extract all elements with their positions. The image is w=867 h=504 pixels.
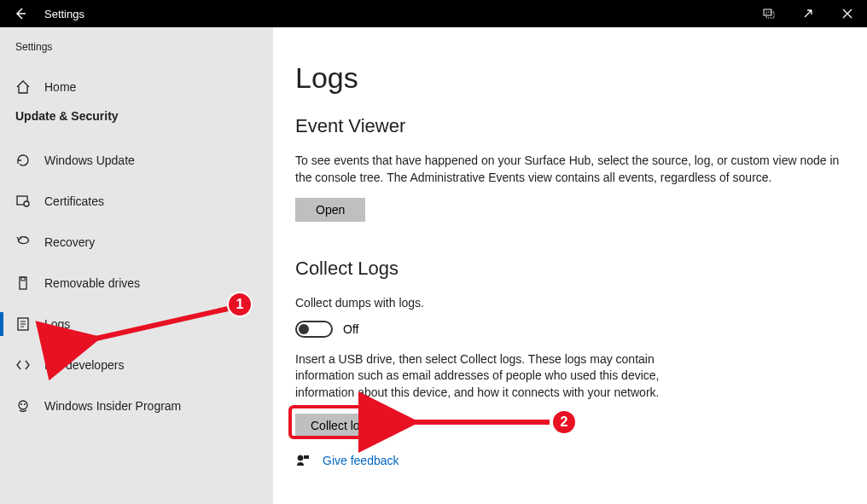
feedback-icon	[295, 453, 311, 468]
sidebar-item-label: Windows Insider Program	[44, 399, 181, 413]
window-title: Settings	[41, 8, 84, 20]
sidebar-item-removable-drives[interactable]: Removable drives	[0, 263, 273, 304]
sidebar-item-label: Certificates	[44, 194, 104, 208]
svg-point-8	[20, 403, 22, 405]
toggle-row: Off	[295, 321, 845, 338]
svg-point-9	[24, 403, 26, 405]
toggle-caption: Collect dumps with logs.	[295, 295, 845, 312]
sidebar-item-label: Recovery	[44, 235, 95, 249]
sidebar-section-label: Update & Security	[0, 107, 273, 140]
insider-icon	[15, 398, 31, 414]
collect-logs-description: Insert a USB drive, then select Collect …	[295, 351, 662, 402]
recovery-icon	[15, 235, 31, 250]
feedback-link[interactable]: Give feedback	[295, 453, 845, 468]
toggle-state-label: Off	[343, 322, 358, 336]
sidebar-item-label: Removable drives	[44, 276, 140, 290]
sidebar-item-label: Windows Update	[44, 154, 135, 167]
svg-point-3	[24, 201, 29, 206]
toggle-knob	[299, 324, 309, 334]
projection-button[interactable]	[749, 0, 788, 27]
maximize-icon	[803, 9, 813, 19]
back-button[interactable]	[0, 0, 41, 27]
event-viewer-description: To see events that have happened on your…	[295, 153, 845, 186]
sidebar-item-windows-insider[interactable]: Windows Insider Program	[0, 385, 273, 426]
svg-rect-4	[20, 277, 26, 289]
main-content: Logs Event Viewer To see events that hav…	[273, 27, 867, 504]
collect-dumps-toggle[interactable]	[295, 321, 333, 338]
sidebar-item-logs[interactable]: Logs	[0, 304, 273, 345]
app-label: Settings	[0, 38, 273, 67]
collect-logs-heading: Collect Logs	[295, 258, 845, 280]
usb-icon	[15, 275, 31, 291]
svg-point-10	[298, 455, 303, 461]
sidebar-item-windows-update[interactable]: Windows Update	[0, 140, 273, 181]
sidebar-item-recovery[interactable]: Recovery	[0, 222, 273, 263]
svg-rect-11	[304, 455, 309, 459]
event-viewer-section: Event Viewer To see events that have hap…	[295, 115, 845, 222]
feedback-label: Give feedback	[323, 454, 399, 467]
update-icon	[15, 153, 31, 168]
sidebar-item-label: For developers	[44, 358, 124, 372]
home-icon	[15, 79, 31, 95]
sidebar-item-for-developers[interactable]: For developers	[0, 345, 273, 385]
svg-point-7	[19, 401, 27, 409]
sidebar-item-home[interactable]: Home	[0, 67, 273, 107]
close-icon	[842, 9, 852, 19]
sidebar-item-label: Home	[44, 80, 76, 94]
back-arrow-icon	[14, 7, 27, 20]
sidebar-item-label: Logs	[44, 317, 70, 331]
close-button[interactable]	[828, 0, 867, 27]
page-title: Logs	[295, 61, 845, 95]
projection-icon	[763, 9, 775, 19]
collect-logs-section: Collect Logs Collect dumps with logs. Of…	[295, 258, 845, 437]
logs-icon	[15, 316, 31, 332]
sidebar: Settings Home Update & Security Windows …	[0, 27, 273, 504]
maximize-button[interactable]	[788, 0, 828, 27]
certificate-icon	[15, 194, 31, 209]
developers-icon	[15, 357, 31, 373]
open-button[interactable]: Open	[295, 198, 365, 222]
titlebar: Settings	[0, 0, 867, 27]
sidebar-item-certificates[interactable]: Certificates	[0, 181, 273, 222]
event-viewer-heading: Event Viewer	[295, 115, 845, 137]
collect-logs-button[interactable]: Collect logs	[295, 414, 387, 437]
